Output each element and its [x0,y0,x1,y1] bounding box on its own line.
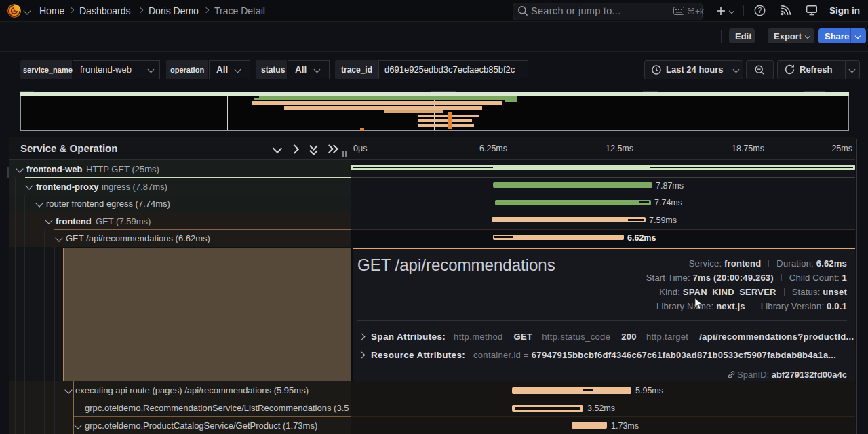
svg-text:?: ? [758,7,762,14]
